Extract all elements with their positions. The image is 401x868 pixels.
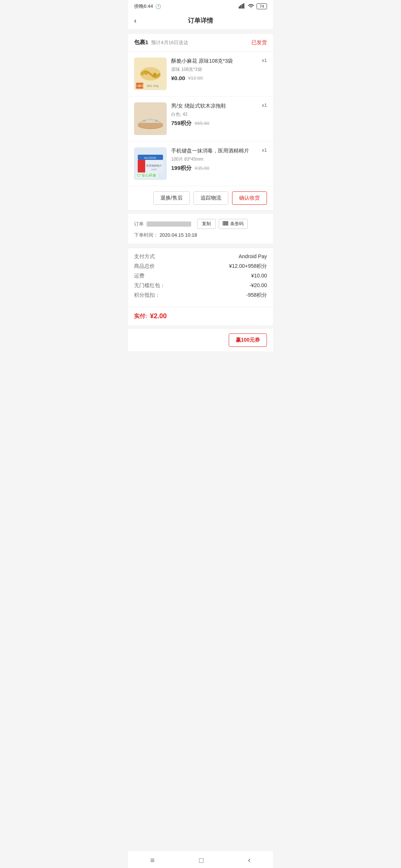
barcode-label: 条形码 bbox=[230, 221, 244, 227]
product-price-row: ¥0.00 ¥12.00 bbox=[171, 75, 267, 81]
price-current-shoes: 759积分 bbox=[171, 120, 192, 127]
shipping-value: ¥10.00 bbox=[251, 273, 267, 279]
total-goods-label: 商品总价 bbox=[134, 263, 155, 270]
payment-method-value: Android Pay bbox=[239, 253, 267, 260]
alarm-icon: 🕐 bbox=[155, 4, 161, 9]
points-row: 积分抵扣： -958积分 bbox=[134, 292, 267, 299]
package-delivery: 预计4月16日送达 bbox=[151, 39, 188, 46]
svg-rect-31 bbox=[226, 221, 227, 226]
product-spec: 原味 108克*3袋 bbox=[171, 66, 267, 73]
total-goods-value: ¥12.00+958积分 bbox=[229, 263, 267, 270]
product-image-food: 小麻花 原味 108g bbox=[134, 57, 167, 90]
product-info-shoes: 男/女 绕趾式软木凉拖鞋 x1 白色; 42 759积分 ¥65.90 bbox=[171, 102, 267, 135]
product-qty-shoes: x1 bbox=[262, 102, 267, 108]
barcode-icon bbox=[223, 221, 229, 227]
product-info-pad: 手机键盘一抹消毒，医用酒精棉片 x1 100片 83*45mm 199积分 ¥3… bbox=[171, 147, 267, 180]
total-row: 实付: ¥2.00 bbox=[128, 307, 273, 329]
svg-rect-2 bbox=[242, 4, 243, 9]
svg-rect-28 bbox=[224, 221, 225, 226]
win-coupon-row: 赢100元券 bbox=[128, 329, 273, 355]
price-current: ¥0.00 bbox=[171, 75, 185, 81]
order-id-row: 订单 复制 条形码 bbox=[134, 219, 267, 229]
product-card-pad: ALCOHOL PREP PAD 医用酒精棉片 100片 🛡 安心药食 手机键盘… bbox=[128, 141, 273, 186]
package-info: 包裹1 预计4月16日送达 bbox=[134, 39, 188, 46]
product-name-row-shoes: 男/女 绕趾式软木凉拖鞋 x1 bbox=[171, 102, 267, 111]
product-name: 酥脆小麻花 原味108克*3袋 bbox=[171, 57, 233, 65]
svg-rect-1 bbox=[240, 5, 241, 9]
win-coupon-button[interactable]: 赢100元券 bbox=[229, 333, 267, 347]
price-original-pad: ¥35.00 bbox=[195, 165, 209, 171]
price-original: ¥12.00 bbox=[188, 75, 203, 81]
product-card-shoes: 男/女 绕趾式软木凉拖鞋 x1 白色; 42 759积分 ¥65.90 bbox=[128, 96, 273, 141]
price-current-pad: 199积分 bbox=[171, 165, 192, 172]
safe-badge: 🛡 安心药食 bbox=[136, 172, 158, 178]
svg-rect-27 bbox=[224, 221, 224, 226]
copy-button[interactable]: 复制 bbox=[197, 219, 216, 229]
product-name-pad: 手机键盘一抹消毒，医用酒精棉片 bbox=[171, 147, 249, 155]
product-card-food: 小麻花 原味 108g 酥脆小麻花 原味108克*3袋 x1 原味 108克*3… bbox=[128, 52, 273, 96]
time: 傍晚6:44 bbox=[134, 3, 153, 10]
payment-summary: 支付方式 Android Pay 商品总价 ¥12.00+958积分 运费 ¥1… bbox=[128, 248, 273, 307]
product-price-row-pad: 199积分 ¥35.00 bbox=[171, 165, 267, 172]
svg-rect-26 bbox=[223, 221, 224, 226]
status-left: 傍晚6:44 🕐 bbox=[134, 3, 161, 10]
package-status: 已发货 bbox=[251, 39, 267, 46]
battery-indicator: 74 bbox=[257, 3, 267, 9]
total-goods-row: 商品总价 ¥12.00+958积分 bbox=[134, 263, 267, 270]
red-packet-label: 无门槛红包： bbox=[134, 282, 165, 289]
svg-text:医用酒精棉片: 医用酒精棉片 bbox=[146, 164, 162, 167]
product-qty: x1 bbox=[262, 57, 267, 63]
product-name-row-pad: 手机键盘一抹消毒，医用酒精棉片 x1 bbox=[171, 147, 267, 156]
svg-rect-15 bbox=[143, 120, 146, 122]
payment-method-label: 支付方式 bbox=[134, 253, 155, 260]
action-buttons: 退换/售后 追踪物流 确认收货 bbox=[128, 186, 273, 214]
signal-icon bbox=[239, 3, 245, 10]
total-value: ¥2.00 bbox=[150, 312, 167, 320]
red-packet-value: -¥20.00 bbox=[250, 282, 267, 289]
svg-rect-0 bbox=[239, 6, 240, 9]
track-button[interactable]: 追踪物流 bbox=[193, 191, 228, 205]
shipping-label: 运费 bbox=[134, 273, 144, 279]
page-header: ‹ 订单详情 bbox=[128, 12, 273, 30]
product-image-pad: ALCOHOL PREP PAD 医用酒精棉片 100片 🛡 安心药食 bbox=[134, 147, 167, 180]
product-spec-pad: 100片 83*45mm bbox=[171, 156, 267, 162]
order-id-label: 订单 bbox=[134, 221, 144, 227]
svg-rect-32 bbox=[227, 221, 228, 226]
red-packet-row: 无门槛红包： -¥20.00 bbox=[134, 282, 267, 289]
barcode-button[interactable]: 条形码 bbox=[219, 219, 248, 229]
svg-text:小麻花: 小麻花 bbox=[135, 84, 144, 88]
svg-point-6 bbox=[144, 71, 148, 75]
order-info: 订单 复制 条形码 下单时间： 2020.04.15 10:18 bbox=[128, 214, 273, 244]
order-time-label: 下单时间： bbox=[134, 232, 158, 238]
status-right: 74 bbox=[239, 3, 267, 10]
total-label: 实付: bbox=[134, 313, 147, 320]
product-info-food: 酥脆小麻花 原味108克*3袋 x1 原味 108克*3袋 ¥0.00 ¥12.… bbox=[171, 57, 267, 90]
price-original-shoes: ¥65.90 bbox=[195, 121, 209, 126]
package-header: 包裹1 预计4月16日送达 已发货 bbox=[128, 33, 273, 52]
page-title: 订单详情 bbox=[188, 16, 213, 25]
svg-rect-29 bbox=[225, 221, 225, 226]
svg-text:100片: 100片 bbox=[151, 168, 157, 171]
payment-method-row: 支付方式 Android Pay bbox=[134, 253, 267, 260]
product-name-shoes: 男/女 绕趾式软木凉拖鞋 bbox=[171, 102, 226, 110]
svg-text:ALCOHOL: ALCOHOL bbox=[144, 157, 157, 159]
back-button[interactable]: ‹ bbox=[134, 16, 137, 25]
return-button[interactable]: 退换/售后 bbox=[153, 191, 190, 205]
svg-rect-22 bbox=[138, 160, 145, 172]
product-qty-pad: x1 bbox=[262, 147, 267, 153]
order-id-value bbox=[147, 221, 191, 227]
order-time-row: 下单时间： 2020.04.15 10:18 bbox=[134, 232, 267, 239]
svg-rect-33 bbox=[228, 221, 228, 226]
product-image-shoes bbox=[134, 102, 167, 135]
confirm-button[interactable]: 确认收货 bbox=[232, 191, 267, 205]
wifi-icon bbox=[248, 3, 254, 10]
points-value: -958积分 bbox=[246, 292, 267, 299]
svg-point-7 bbox=[153, 73, 157, 76]
shipping-row: 运费 ¥10.00 bbox=[134, 273, 267, 279]
product-price-row-shoes: 759积分 ¥65.90 bbox=[171, 120, 267, 127]
svg-text:原味 108g: 原味 108g bbox=[147, 85, 159, 88]
product-spec-shoes: 白色; 42 bbox=[171, 111, 267, 118]
status-bar: 傍晚6:44 🕐 74 bbox=[128, 0, 273, 12]
product-name-row: 酥脆小麻花 原味108克*3袋 x1 bbox=[171, 57, 267, 66]
order-time-value: 2020.04.15 10:18 bbox=[160, 232, 197, 238]
